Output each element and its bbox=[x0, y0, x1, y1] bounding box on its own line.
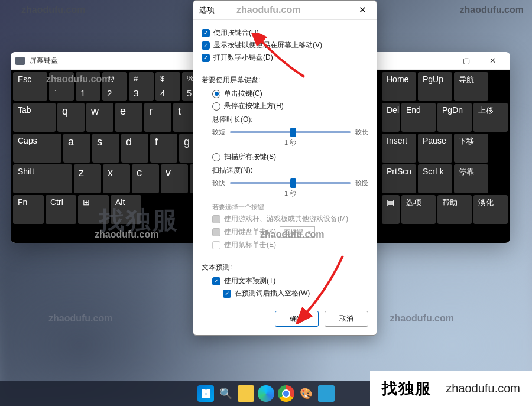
brand-watermark: 找独服 zhaodufu.com bbox=[370, 371, 532, 406]
radio-scan-keys[interactable]: 扫描所有按键(S) bbox=[212, 152, 368, 162]
checkbox-mouse-click: 使用鼠标单击(E) bbox=[212, 240, 368, 250]
key-home[interactable]: Home bbox=[382, 72, 416, 101]
chrome-icon[interactable] bbox=[278, 385, 294, 402]
dialog-body: ✓ 使用按键音(U) ✓ 显示按键以便更易在屏幕上移动(V) ✓ 打开数字小键盘… bbox=[193, 20, 377, 306]
minimize-button[interactable]: — bbox=[427, 53, 453, 69]
key-下移[interactable]: 下移 bbox=[454, 134, 488, 163]
key-caps[interactable]: Caps bbox=[13, 134, 61, 163]
key-`[interactable]: ~` bbox=[49, 72, 74, 101]
hover-time-slider bbox=[230, 126, 351, 137]
options-dialog: 选项 ✕ ✓ 使用按键音(U) ✓ 显示按键以便更易在屏幕上移动(V) ✓ 打开… bbox=[193, 0, 377, 336]
key-shift[interactable]: Shift bbox=[13, 164, 72, 193]
key-3[interactable]: #3 bbox=[129, 72, 154, 101]
slider-min-label: 较短 bbox=[212, 128, 225, 137]
key-4[interactable]: $4 bbox=[155, 72, 180, 101]
close-button[interactable]: ✕ bbox=[479, 53, 505, 69]
key-x[interactable]: x bbox=[103, 164, 130, 193]
dialog-footer: 确定 取消 bbox=[193, 306, 377, 335]
key-end[interactable]: End bbox=[401, 103, 436, 132]
cancel-button[interactable]: 取消 bbox=[325, 311, 368, 327]
label: 使用文本预测(T) bbox=[224, 276, 275, 286]
key-选项[interactable]: 选项 bbox=[401, 195, 436, 224]
radio-click-keys[interactable]: 单击按键(C) bbox=[212, 89, 368, 99]
check-icon: ✓ bbox=[223, 290, 231, 298]
key-tab[interactable]: Tab bbox=[13, 103, 56, 132]
paint-icon[interactable]: 🎨 bbox=[298, 385, 314, 402]
dialog-titlebar[interactable]: 选项 ✕ bbox=[193, 1, 377, 20]
scan-speed-value: 1 秒 bbox=[212, 189, 368, 198]
explorer-icon[interactable] bbox=[238, 385, 254, 402]
maximize-button[interactable]: ▢ bbox=[453, 53, 479, 69]
key-▤[interactable]: ▤ bbox=[382, 195, 400, 224]
label: 悬停在按键上方(H) bbox=[224, 101, 284, 111]
check-icon bbox=[212, 228, 220, 236]
key-r[interactable]: r bbox=[144, 103, 171, 132]
check-icon: ✓ bbox=[212, 277, 220, 285]
app-icon[interactable] bbox=[318, 385, 335, 402]
checkbox-kb-click: 使用键盘单击(K) 空格键 bbox=[212, 226, 368, 238]
key-pgup[interactable]: PgUp bbox=[418, 72, 452, 101]
key-f[interactable]: f bbox=[150, 134, 177, 163]
key-prtscn[interactable]: PrtScn bbox=[382, 164, 416, 193]
checkbox-numpad[interactable]: ✓ 打开数字小键盘(D) bbox=[202, 53, 368, 63]
scan-speed-slider bbox=[230, 177, 351, 188]
label: 使用鼠标单击(E) bbox=[224, 240, 276, 250]
label: 在预测词后插入空格(W) bbox=[235, 288, 310, 298]
key-q[interactable]: q bbox=[57, 103, 85, 132]
key-e[interactable]: e bbox=[115, 103, 142, 132]
key-停靠[interactable]: 停靠 bbox=[454, 164, 488, 193]
key-淡化[interactable]: 淡化 bbox=[473, 195, 508, 224]
key-帮助[interactable]: 帮助 bbox=[437, 195, 472, 224]
ok-button[interactable]: 确定 bbox=[275, 311, 319, 327]
radio-hover-keys[interactable]: 悬停在按键上方(H) bbox=[212, 101, 368, 111]
key-⊞[interactable]: ⊞ bbox=[78, 195, 109, 224]
key-alt[interactable]: Alt bbox=[111, 195, 141, 224]
scan-speed-label: 扫描速度(N): bbox=[212, 165, 368, 176]
label: 使用游戏杆、游戏板或其他游戏设备(M) bbox=[224, 214, 348, 224]
brand-en: zhaodufu.com bbox=[446, 382, 520, 395]
checkbox-joystick: 使用游戏杆、游戏板或其他游戏设备(M) bbox=[212, 214, 368, 224]
key-insert[interactable]: Insert bbox=[382, 134, 416, 163]
key-导航[interactable]: 导航 bbox=[454, 72, 488, 101]
key-s[interactable]: s bbox=[92, 134, 119, 163]
checkbox-key-sound[interactable]: ✓ 使用按键音(U) bbox=[202, 28, 368, 38]
checkbox-insert-space[interactable]: ✓ 在预测词后插入空格(W) bbox=[223, 288, 368, 298]
check-icon bbox=[212, 215, 220, 223]
checkbox-show-keys[interactable]: ✓ 显示按键以便更易在屏幕上移动(V) bbox=[202, 40, 368, 50]
key-ctrl[interactable]: Ctrl bbox=[46, 195, 76, 224]
edge-icon[interactable] bbox=[258, 385, 274, 402]
slider-min-label: 较快 bbox=[212, 178, 225, 187]
start-button[interactable] bbox=[197, 385, 214, 402]
label: 使用键盘单击(K) bbox=[224, 227, 276, 237]
key-d[interactable]: d bbox=[121, 134, 148, 163]
check-icon bbox=[212, 241, 220, 249]
checkbox-text-predict[interactable]: ✓ 使用文本预测(T) bbox=[212, 276, 368, 286]
label: 扫描所有按键(S) bbox=[224, 152, 276, 162]
key-del[interactable]: Del bbox=[382, 103, 400, 132]
key-w[interactable]: w bbox=[86, 103, 113, 132]
key-esc[interactable]: Esc bbox=[13, 72, 47, 101]
key-fn[interactable]: Fn bbox=[13, 195, 44, 224]
key-2[interactable]: @2 bbox=[102, 72, 127, 101]
key-scrlk[interactable]: ScrLk bbox=[418, 164, 452, 193]
key-c[interactable]: c bbox=[132, 164, 159, 193]
key-pause[interactable]: Pause bbox=[418, 134, 452, 163]
key-a[interactable]: a bbox=[63, 134, 90, 163]
radio-icon bbox=[212, 90, 220, 98]
radio-icon bbox=[212, 153, 220, 161]
section-text-predict: 文本预测: bbox=[202, 262, 368, 272]
key-v[interactable]: v bbox=[161, 164, 188, 193]
key-1[interactable]: !1 bbox=[76, 72, 100, 101]
key-上移[interactable]: 上移 bbox=[473, 103, 508, 132]
slider-max-label: 较长 bbox=[355, 128, 368, 137]
radio-icon bbox=[212, 102, 220, 111]
key-pgdn[interactable]: PgDn bbox=[437, 103, 472, 132]
check-icon: ✓ bbox=[202, 41, 210, 50]
hover-time-label: 悬停时长(O): bbox=[212, 115, 368, 125]
label: 显示按键以便更易在屏幕上移动(V) bbox=[213, 40, 322, 50]
key-z[interactable]: z bbox=[74, 164, 101, 193]
label: 使用按键音(U) bbox=[213, 28, 259, 38]
slider-max-label: 较慢 bbox=[355, 178, 368, 187]
search-icon[interactable]: 🔍 bbox=[218, 385, 234, 402]
dialog-close-button[interactable]: ✕ bbox=[354, 2, 371, 18]
